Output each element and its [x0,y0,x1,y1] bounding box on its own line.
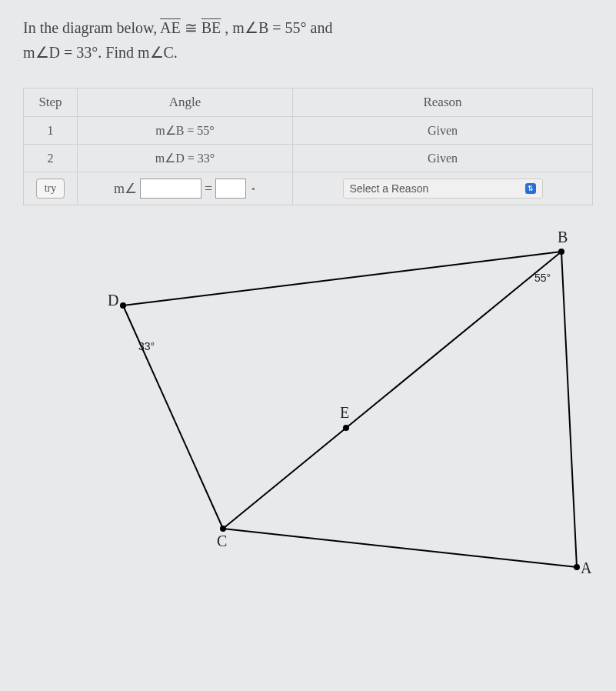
point-label-E: E [340,404,349,422]
svg-point-6 [558,249,564,255]
point-label-C: C [217,532,227,550]
table-row: 1 m∠B = 55° Given [24,117,593,145]
angle-label-B: 55° [534,272,551,284]
svg-line-0 [123,305,223,529]
congruent-symbol: ≅ [185,19,201,36]
point-label-D: D [108,292,118,309]
equals-sign: = [205,181,212,197]
angle-name-input[interactable] [140,179,201,199]
cell-angle-1: m∠B = 55° [78,117,293,145]
problem-statement: In the diagram below, AE ≅ BE , m∠B = 55… [23,15,593,65]
svg-point-9 [574,564,580,570]
header-step: Step [24,88,78,117]
cell-reason-1: Given [293,117,593,145]
angle-value-input[interactable] [215,179,246,199]
point-label-A: A [581,559,591,577]
svg-point-7 [220,526,226,532]
svg-line-2 [223,252,561,529]
angle-prefix: m∠ [114,180,137,197]
proof-table: Step Angle Reason 1 m∠B = 55° Given 2 m∠… [23,88,593,205]
svg-line-1 [123,252,561,305]
cell-reason-try: Select a Reason ⇅ [293,172,593,205]
degree-symbol: ∘ [251,184,256,194]
table-header-row: Step Angle Reason [24,88,593,117]
cell-angle-2: m∠D = 33° [78,145,293,172]
problem-text-1: In the diagram below, [23,19,160,36]
problem-text-3: m∠D = 33°. Find m∠C. [23,44,178,61]
cell-reason-2: Given [293,145,593,172]
table-row: 2 m∠D = 33° Given [24,145,593,172]
segment-BE: BE [201,19,221,36]
cell-step-try: try [24,172,78,205]
svg-line-4 [223,529,577,567]
diagram-svg [23,221,592,590]
svg-point-5 [120,302,126,309]
cell-step-2: 2 [24,145,78,172]
header-reason: Reason [293,88,593,117]
problem-text-2: , m∠B = 55° and [225,19,332,36]
chevron-up-down-icon: ⇅ [525,183,536,194]
cell-angle-try: m∠ = ∘ [78,172,293,205]
header-angle: Angle [78,88,293,117]
try-button[interactable]: try [36,179,65,199]
reason-select-placeholder: Select a Reason [350,182,429,195]
angle-label-D: 33° [138,340,155,352]
geometry-diagram: D B E C A 33° 55° [23,221,592,590]
svg-point-8 [343,425,349,431]
svg-line-3 [561,252,577,567]
table-row-try: try m∠ = ∘ Select a Reason ⇅ [24,172,593,205]
reason-select[interactable]: Select a Reason ⇅ [343,179,543,199]
point-label-B: B [558,229,568,246]
cell-step-1: 1 [24,117,78,145]
segment-AE: AE [160,19,181,36]
